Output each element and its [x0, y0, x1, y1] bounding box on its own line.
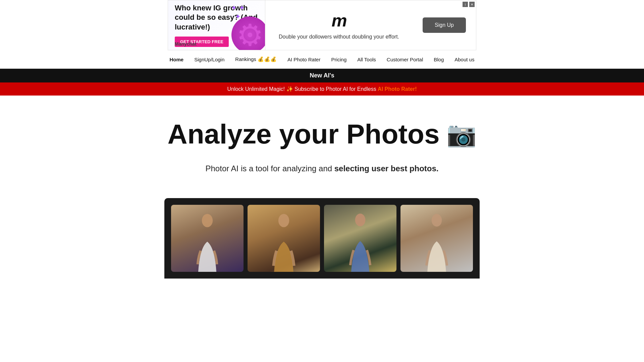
person-silhouette-2 — [258, 212, 309, 272]
hero-subtitle-normal: Photor AI is a tool for analyzing and — [206, 164, 334, 173]
photo-grid — [164, 198, 480, 279]
photo-card-2 — [248, 205, 320, 272]
hero-title: Analyze your Photos 📷 — [13, 119, 631, 149]
person-silhouette-4 — [411, 212, 462, 272]
person-silhouette-3 — [335, 212, 385, 272]
nav-link-rankings[interactable]: Rankings 💰💰💰 — [235, 56, 277, 62]
ad-sparkles: ✦ ✦ ✦ — [231, 4, 245, 21]
promo-text-normal: Unlock Unlimited Magic! ✨ Subscribe to P… — [227, 86, 378, 92]
camera-emoji: 📷 — [446, 121, 477, 147]
photo-card-1 — [171, 205, 244, 272]
ad-gear-graphic — [231, 16, 265, 50]
promo-text-highlight: AI Photo Rater! — [378, 86, 417, 92]
svg-point-1 — [278, 214, 289, 227]
photo-card-4 — [400, 205, 473, 272]
svg-point-0 — [202, 214, 213, 227]
nav-link-ai-photo-rater[interactable]: AI Photo Rater — [287, 57, 320, 62]
ad-right-section: Sign Up — [413, 17, 476, 33]
ad-info-button[interactable]: i — [463, 2, 468, 7]
ad-signup-button[interactable]: Sign Up — [423, 17, 466, 33]
new-ais-text: New AI's — [310, 72, 334, 79]
svg-point-3 — [432, 214, 442, 227]
nav-link-customer-portal[interactable]: Customer Portal — [387, 57, 423, 62]
ad-logo: m — [331, 10, 346, 31]
nav-link-about-us[interactable]: About us — [454, 57, 474, 62]
person-silhouette-1 — [182, 212, 232, 272]
ad-middle-section: m Double your dollowers without doubling… — [265, 10, 413, 40]
nav-link-blog[interactable]: Blog — [434, 57, 444, 62]
ad-brand-name: Manychat — [175, 41, 197, 47]
new-ais-banner: New AI's — [0, 69, 644, 82]
svg-point-2 — [355, 214, 366, 226]
nav-link-home[interactable]: Home — [170, 57, 184, 62]
ad-close-button[interactable]: ✕ — [469, 2, 475, 7]
ad-tagline: Double your dollowers without doubling y… — [279, 34, 399, 40]
hero-section: Analyze your Photos 📷 Photor AI is a too… — [0, 96, 644, 188]
nav-link-all-tools[interactable]: All Tools — [357, 57, 376, 62]
hero-title-text: Analyze your Photos — [167, 119, 439, 149]
ad-banner: i ✕ ✦ ✦ ✦ Who knew IG growth could be so… — [168, 0, 476, 50]
nav-link-pricing[interactable]: Pricing — [331, 57, 346, 62]
ad-left-section: ✦ ✦ ✦ Who knew IG growth could be so eas… — [168, 0, 265, 50]
hero-subtitle: Photor AI is a tool for analyzing and se… — [13, 163, 631, 175]
photo-card-3 — [324, 205, 396, 272]
hero-subtitle-bold: selecting user best photos. — [334, 164, 439, 173]
nav-link-signup[interactable]: SignUp/Login — [194, 57, 224, 62]
promo-banner: Unlock Unlimited Magic! ✨ Subscribe to P… — [0, 82, 644, 96]
main-nav: Home SignUp/Login Rankings 💰💰💰 AI Photo … — [0, 50, 644, 69]
